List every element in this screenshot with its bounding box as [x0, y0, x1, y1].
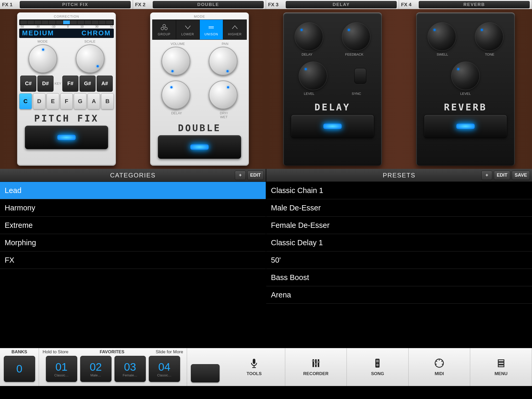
preset-item[interactable]: Male De-Esser	[266, 199, 532, 217]
delay-knob[interactable]	[162, 81, 190, 109]
feedback-knob[interactable]	[342, 22, 370, 51]
fx4-name-button[interactable]: REVERB	[419, 1, 530, 8]
category-item[interactable]: Morphing	[0, 234, 266, 251]
led-icon	[57, 135, 76, 140]
fx-slot-3: FX 3 DELAY	[266, 0, 399, 9]
led-icon	[323, 124, 342, 129]
blank-button[interactable]	[191, 364, 220, 382]
favorite-button[interactable]: 03Female…	[115, 356, 146, 382]
reverb-footswitch[interactable]	[424, 115, 507, 138]
svg-rect-24	[498, 362, 504, 364]
tool-song[interactable]: SONG	[347, 348, 409, 386]
delay-level-knob[interactable]	[299, 62, 327, 90]
banks-button[interactable]: 0	[4, 356, 35, 382]
svg-rect-15	[376, 360, 379, 362]
blank-button-section	[187, 348, 223, 386]
presets-save-button[interactable]: SAVE	[512, 171, 530, 180]
category-item[interactable]: Lead	[0, 182, 266, 199]
bottom-bar: BANKS 0 Hold to Store FAVORITES Slide fo…	[0, 348, 532, 386]
presets-list[interactable]: Classic Chain 1Male De-EsserFemale De-Es…	[266, 182, 532, 348]
banks-label: BANKS	[0, 348, 39, 356]
preset-item[interactable]: Classic Chain 1	[266, 182, 532, 199]
key-a[interactable]: A	[88, 93, 100, 109]
fx2-name-button[interactable]: DOUBLE	[153, 1, 264, 8]
volume-knob[interactable]	[162, 47, 190, 75]
key-asharp[interactable]: A#	[97, 76, 113, 92]
tool-recorder[interactable]: RECORDER	[285, 348, 347, 386]
key-e[interactable]: E	[46, 93, 59, 109]
preset-item[interactable]: Female De-Esser	[266, 217, 532, 234]
double-footswitch[interactable]	[158, 135, 241, 159]
ipod-icon	[372, 358, 383, 369]
tool-menu[interactable]: MENU	[470, 348, 532, 386]
pitchfix-pedal: CORRECTION -50-30-100103050 MEDIUM CHROM…	[17, 12, 116, 166]
double-mode-tabs: GROUP LOWER UNISON HIGHER	[152, 19, 247, 40]
preset-item[interactable]: Bass Boost	[266, 269, 532, 286]
reverb-name: REVERB	[418, 102, 513, 112]
svg-rect-5	[253, 359, 255, 364]
key-d[interactable]: D	[33, 93, 46, 109]
favorite-button[interactable]: 01Classic…	[46, 356, 77, 382]
svg-rect-10	[318, 359, 319, 367]
mode-higher[interactable]: HIGHER	[223, 20, 247, 39]
pitchfix-footswitch[interactable]	[25, 126, 108, 149]
mode-lower[interactable]: LOWER	[176, 20, 200, 39]
key-c[interactable]: C	[19, 93, 32, 109]
correction-meter	[19, 19, 114, 25]
drywet-knob[interactable]	[209, 81, 237, 109]
category-item[interactable]: Harmony	[0, 199, 266, 217]
reverb-level-knob[interactable]	[451, 62, 480, 90]
mode-knob[interactable]	[29, 44, 57, 73]
delay-time-knob[interactable]	[295, 22, 323, 51]
favorite-button[interactable]: 04Classic…	[149, 356, 180, 382]
pitchfix-name: PITCH FIX	[19, 113, 114, 124]
scale-knob[interactable]	[76, 44, 104, 73]
presets-add-button[interactable]: +	[481, 171, 492, 180]
hold-label: Hold to Store	[43, 349, 68, 355]
fx2-label: FX 2	[135, 2, 151, 8]
preset-item[interactable]: 50'	[266, 251, 532, 269]
category-item[interactable]: Extreme	[0, 217, 266, 234]
mode-unison[interactable]: UNISON	[200, 20, 223, 39]
key-fsharp[interactable]: F#	[62, 76, 78, 92]
fx1-name-button[interactable]: PITCH FIX	[20, 1, 131, 8]
key-f[interactable]: F	[60, 93, 73, 109]
svg-point-2	[165, 27, 167, 30]
banks-section: BANKS 0	[0, 348, 39, 386]
tool-midi[interactable]: MIDI	[409, 348, 470, 386]
categories-edit-button[interactable]: EDIT	[247, 171, 264, 180]
fx3-name-button[interactable]: DELAY	[286, 1, 397, 8]
categories-column: CATEGORIES + EDIT LeadHarmonyExtremeMorp…	[0, 169, 266, 348]
favorite-button[interactable]: 02Male…	[80, 356, 111, 382]
key-csharp[interactable]: C#	[20, 76, 36, 92]
delay-footswitch[interactable]	[291, 115, 374, 138]
favorites-section: Hold to Store FAVORITES Slide for More 0…	[39, 348, 187, 386]
tool-tools[interactable]: TOOLS	[223, 348, 285, 386]
mode-group[interactable]: GROUP	[152, 20, 176, 39]
fx-slot-1: FX 1 PITCH FIX	[0, 0, 133, 9]
key-g[interactable]: G	[74, 93, 87, 109]
correction-ticks: -50-30-100103050	[19, 25, 114, 28]
svg-rect-13	[317, 361, 320, 363]
preset-item[interactable]: Classic Delay 1	[266, 234, 532, 251]
category-item[interactable]: FX	[0, 251, 266, 269]
sync-button[interactable]	[354, 68, 366, 84]
fx-slot-4: FX 4 REVERB	[399, 0, 532, 9]
tone-knob[interactable]	[475, 22, 503, 51]
key-gsharp[interactable]: G#	[79, 76, 96, 92]
svg-point-18	[439, 360, 440, 361]
categories-add-button[interactable]: +	[235, 171, 246, 180]
presets-edit-button[interactable]: EDIT	[494, 171, 510, 180]
svg-rect-12	[315, 363, 317, 365]
swell-knob[interactable]	[428, 22, 456, 51]
categories-list[interactable]: LeadHarmonyExtremeMorphingFX	[0, 182, 266, 348]
pan-knob[interactable]	[209, 47, 237, 75]
reverb-pedal: SWELLTONE LEVEL REVERB	[416, 12, 515, 166]
svg-point-1	[161, 27, 164, 30]
svg-point-0	[163, 24, 165, 27]
key-b[interactable]: B	[101, 93, 114, 109]
sliders-icon	[310, 358, 321, 369]
key-dsharp[interactable]: D#	[37, 76, 54, 92]
preset-item[interactable]: Arena	[266, 286, 532, 304]
pedal-area: CORRECTION -50-30-100103050 MEDIUM CHROM…	[0, 9, 532, 169]
